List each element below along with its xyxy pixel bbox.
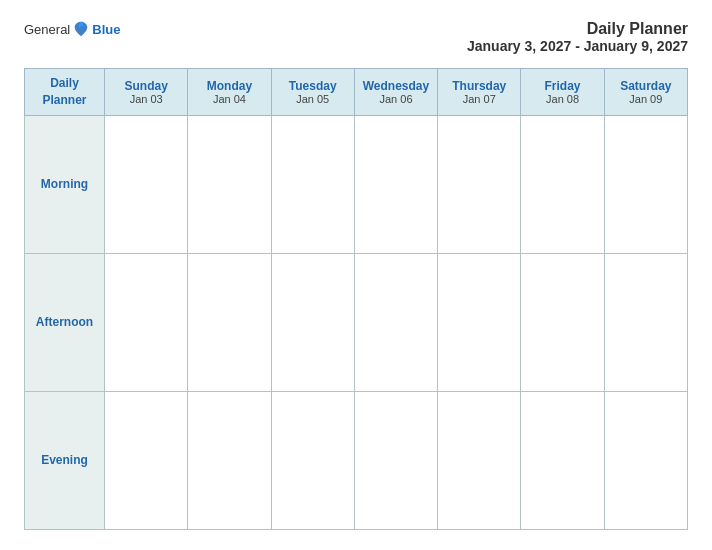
evening-tue-cell[interactable] — [271, 391, 354, 529]
col-sun-date: Jan 03 — [109, 93, 183, 105]
col-mon-name: Monday — [192, 79, 266, 93]
col-header-wed: Wednesday Jan 06 — [354, 69, 437, 116]
label-header: Daily Planner — [25, 69, 105, 116]
morning-tue-cell[interactable] — [271, 115, 354, 253]
label-header-line1: Daily — [29, 75, 100, 92]
label-header-line2: Planner — [29, 92, 100, 109]
col-tue-name: Tuesday — [276, 79, 350, 93]
morning-thu-cell[interactable] — [438, 115, 521, 253]
main-title: Daily Planner — [467, 20, 688, 38]
afternoon-tue-cell[interactable] — [271, 253, 354, 391]
afternoon-mon-cell[interactable] — [188, 253, 271, 391]
col-wed-date: Jan 06 — [359, 93, 433, 105]
col-sat-date: Jan 09 — [609, 93, 683, 105]
evening-fri-cell[interactable] — [521, 391, 604, 529]
planner-table: Daily Planner Sunday Jan 03 Monday Jan 0… — [24, 68, 688, 530]
afternoon-label: Afternoon — [25, 253, 105, 391]
evening-sun-cell[interactable] — [105, 391, 188, 529]
afternoon-thu-cell[interactable] — [438, 253, 521, 391]
logo-blue-text: Blue — [92, 22, 120, 37]
page-header: General Blue Daily Planner January 3, 20… — [24, 20, 688, 54]
col-wed-name: Wednesday — [359, 79, 433, 93]
morning-wed-cell[interactable] — [354, 115, 437, 253]
col-sat-name: Saturday — [609, 79, 683, 93]
afternoon-wed-cell[interactable] — [354, 253, 437, 391]
afternoon-sun-cell[interactable] — [105, 253, 188, 391]
title-area: Daily Planner January 3, 2027 - January … — [467, 20, 688, 54]
col-header-mon: Monday Jan 04 — [188, 69, 271, 116]
morning-row: Morning — [25, 115, 688, 253]
evening-row: Evening — [25, 391, 688, 529]
col-header-tue: Tuesday Jan 05 — [271, 69, 354, 116]
evening-sat-cell[interactable] — [604, 391, 687, 529]
col-sun-name: Sunday — [109, 79, 183, 93]
afternoon-sat-cell[interactable] — [604, 253, 687, 391]
col-fri-date: Jan 08 — [525, 93, 599, 105]
col-header-sat: Saturday Jan 09 — [604, 69, 687, 116]
col-fri-name: Friday — [525, 79, 599, 93]
morning-label: Morning — [25, 115, 105, 253]
morning-mon-cell[interactable] — [188, 115, 271, 253]
evening-wed-cell[interactable] — [354, 391, 437, 529]
logo-bird-icon — [72, 20, 90, 38]
morning-sat-cell[interactable] — [604, 115, 687, 253]
col-header-thu: Thursday Jan 07 — [438, 69, 521, 116]
col-tue-date: Jan 05 — [276, 93, 350, 105]
col-thu-date: Jan 07 — [442, 93, 516, 105]
evening-mon-cell[interactable] — [188, 391, 271, 529]
morning-sun-cell[interactable] — [105, 115, 188, 253]
header-row: Daily Planner Sunday Jan 03 Monday Jan 0… — [25, 69, 688, 116]
col-thu-name: Thursday — [442, 79, 516, 93]
evening-label: Evening — [25, 391, 105, 529]
col-mon-date: Jan 04 — [192, 93, 266, 105]
logo-area: General Blue — [24, 20, 120, 38]
date-range: January 3, 2027 - January 9, 2027 — [467, 38, 688, 54]
col-header-sun: Sunday Jan 03 — [105, 69, 188, 116]
planner-page: General Blue Daily Planner January 3, 20… — [0, 0, 712, 550]
col-header-fri: Friday Jan 08 — [521, 69, 604, 116]
logo-general-text: General — [24, 22, 70, 37]
morning-fri-cell[interactable] — [521, 115, 604, 253]
afternoon-fri-cell[interactable] — [521, 253, 604, 391]
evening-thu-cell[interactable] — [438, 391, 521, 529]
afternoon-row: Afternoon — [25, 253, 688, 391]
logo: General Blue — [24, 20, 120, 38]
